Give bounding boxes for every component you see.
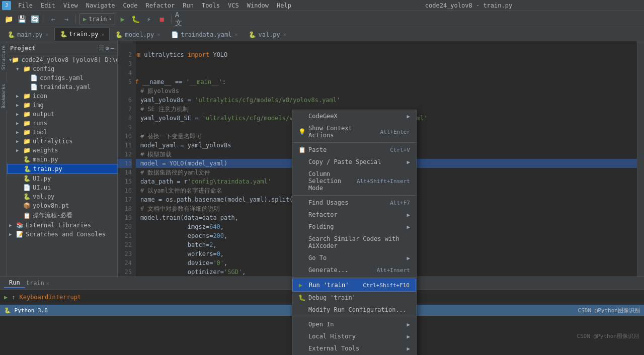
tab-train-py[interactable]: 🐍 train.py ✕ (54, 28, 110, 41)
menu-tools[interactable]: Tools (198, 1, 224, 10)
ctx-local-history-label: Local History (308, 333, 403, 340)
tree-output[interactable]: ▶ 📁 output (7, 110, 117, 119)
menu-run[interactable]: Run (179, 1, 198, 10)
run-tab-close[interactable]: ✕ (46, 281, 49, 286)
translate-button[interactable]: A文 (175, 14, 186, 25)
tree-train-py[interactable]: 🐍 train.py (7, 164, 117, 174)
tab-val-py[interactable]: 🐍 val.py ✕ (243, 28, 291, 41)
sidebar-icon-3[interactable]: — (111, 45, 114, 52)
tab-traindata-yaml[interactable]: 📄 traindata.yaml ✕ (166, 28, 243, 41)
ctx-debug-train[interactable]: 🐛 Debug 'train' (292, 292, 416, 304)
run-up-icon[interactable]: ↑ (12, 294, 15, 301)
tab-model-py-label: model.py (125, 31, 154, 38)
menu-help[interactable]: Help (273, 1, 295, 10)
paste-icon: 📋 (298, 146, 305, 153)
tree-runs[interactable]: ▶ 📁 runs (7, 119, 117, 128)
bookmarks-label[interactable]: Bookmarks (0, 82, 7, 111)
toolbar-refresh-icon[interactable]: 🔄 (29, 14, 40, 25)
ctx-show-context[interactable]: 💡 Show Context Actions Alt+Enter (292, 122, 416, 141)
ctx-open-in-label: Open In (308, 321, 403, 328)
tree-tool-label: tool (33, 129, 47, 136)
run-with-coverage[interactable]: ⚡ (143, 14, 154, 25)
sidebar-icon-2[interactable]: ⚙ (106, 45, 109, 52)
debug-button[interactable]: 🐛 (130, 14, 141, 25)
ctx-modify-run[interactable]: Modify Run Configuration... (292, 304, 416, 316)
ctx-refactor[interactable]: Refactor ▶ (292, 209, 416, 221)
copy-paste-arrow-icon: ▶ (407, 159, 410, 165)
tree-ui-ui[interactable]: 📄 UI.ui (7, 183, 117, 192)
run-button[interactable]: ▶ (117, 14, 128, 25)
tab-main-py-label: main.py (17, 31, 43, 38)
menu-file[interactable]: File (14, 1, 37, 10)
tree-doc[interactable]: 📋 操作流程-必看 (7, 210, 117, 221)
tree-weights[interactable]: ▶ 📁 weights (7, 146, 117, 155)
tree-configs-yaml[interactable]: 📄 configs.yaml (7, 73, 117, 82)
run-tab-name: train (26, 280, 44, 287)
tab-model-py-close[interactable]: ✕ (157, 32, 160, 37)
tree-yolov8n-pt[interactable]: 📦 yolov8n.pt (7, 201, 117, 210)
ctx-open-in[interactable]: Open In ▶ (292, 318, 416, 330)
ctx-paste[interactable]: 📋 Paste Ctrl+V (292, 144, 416, 156)
menu-navigate[interactable]: Navigate (82, 1, 119, 10)
structure-label[interactable]: Structure (0, 43, 7, 72)
run-icon: ▶ (299, 282, 306, 289)
run-play-icon[interactable]: ▶ (4, 294, 8, 301)
ctx-generate-shortcut: Alt+Insert (377, 267, 410, 274)
menu-refactor[interactable]: Refactor (141, 1, 179, 10)
menu-window[interactable]: Window (243, 1, 273, 10)
watermark: CSDN @Python图像识别 (578, 307, 640, 314)
tab-main-py-close[interactable]: ✕ (46, 32, 49, 37)
tree-external-libraries[interactable]: ▶ 📚 External Libraries (7, 221, 117, 230)
menu-vcs[interactable]: VCS (224, 1, 243, 10)
tree-traindata-yaml[interactable]: 📄 traindata.yaml (7, 82, 117, 92)
run-config-selector[interactable]: ▶ train ▾ (79, 13, 115, 25)
tree-icon[interactable]: ▶ 📁 icon (7, 92, 117, 101)
ctx-folding[interactable]: Folding ▶ (292, 221, 416, 233)
ctx-copy-paste-label: Copy / Paste Special (308, 158, 403, 165)
bottom-tab-run[interactable]: Run (4, 278, 25, 288)
toolbar-back-icon[interactable]: ← (48, 14, 59, 25)
toolbar-forward-icon[interactable]: → (61, 14, 72, 25)
toolbar-sep-2 (75, 15, 76, 24)
tree-root[interactable]: ▼ 📁 code24_yolov8 [yolov8] D:\g\Ba (7, 55, 117, 64)
ctx-run-train[interactable]: ▶ Run 'train' Ctrl+Shift+F10 (292, 279, 416, 292)
tab-val-py-close[interactable]: ✕ (283, 32, 286, 37)
tree-ui-py[interactable]: 🐍 UI.py (7, 174, 117, 183)
ctx-find-usages[interactable]: Find Usages Alt+F7 (292, 197, 416, 209)
stop-button[interactable]: ■ (156, 14, 168, 25)
tree-config[interactable]: ▼ 📁 config (7, 64, 117, 73)
tree-main-py[interactable]: 🐍 main.py (7, 155, 117, 164)
ctx-column-select[interactable]: Column Selection Mode Alt+Shift+Insert (292, 168, 416, 194)
toolbar-save-icon[interactable]: 💾 (16, 14, 27, 25)
menu-edit[interactable]: Edit (37, 1, 59, 10)
tree-img[interactable]: ▶ 📁 img (7, 101, 117, 110)
external-tools-arrow-icon: ▶ (407, 345, 410, 352)
tab-traindata-yaml-close[interactable]: ✕ (234, 32, 237, 37)
tab-train-py-close[interactable]: ✕ (101, 32, 104, 37)
goto-arrow-icon: ▶ (407, 255, 410, 261)
ctx-generate[interactable]: Generate... Alt+Insert (292, 264, 416, 276)
tree-external-label: External Libraries (26, 222, 91, 229)
ctx-external-tools[interactable]: External Tools ▶ (292, 342, 416, 354)
sidebar-icon-1[interactable]: ☰ (99, 45, 104, 52)
ctx-local-history[interactable]: Local History ▶ (292, 330, 416, 342)
ctx-search-similar[interactable]: Search Similar Codes with AiXcoder (292, 233, 416, 252)
tab-traindata-yaml-label: traindata.yaml (181, 31, 231, 38)
ctx-goto[interactable]: Go To ▶ (292, 252, 416, 264)
tree-tool[interactable]: ▶ 📁 tool (7, 128, 117, 137)
tab-model-py[interactable]: 🐍 model.py ✕ (110, 28, 166, 41)
tree-ultralytics[interactable]: ▶ 📁 ultralytics (7, 137, 117, 146)
ctx-show-context-label: Show Context Actions (308, 125, 380, 139)
ctx-modify-run-label: Modify Run Configuration... (308, 306, 410, 313)
menu-view[interactable]: View (59, 1, 82, 10)
toolbar-folder-icon[interactable]: 📁 (3, 14, 14, 25)
ctx-codegeeX[interactable]: CodeGeeX ▶ (292, 110, 416, 122)
ctx-copy-paste[interactable]: Copy / Paste Special ▶ (292, 156, 416, 168)
tree-val-py[interactable]: 🐍 val.py (7, 192, 117, 201)
tab-main-py[interactable]: 🐍 main.py ✕ (2, 28, 54, 41)
tree-scratches[interactable]: ▶ 📝 Scratches and Consoles (7, 230, 117, 239)
refactor-arrow-icon: ▶ (407, 212, 410, 218)
tree-configs-yaml-label: configs.yaml (40, 74, 84, 81)
menu-code[interactable]: Code (119, 1, 142, 10)
tree-runs-label: runs (33, 120, 47, 127)
